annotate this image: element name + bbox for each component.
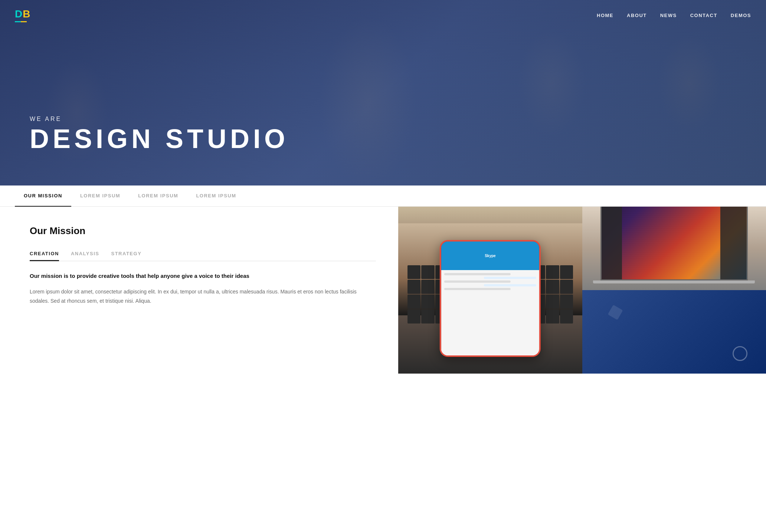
chat-line-3 — [444, 280, 511, 283]
inner-tab-strategy[interactable]: STRATEGY — [111, 247, 141, 261]
chat-line-4 — [484, 284, 536, 286]
phone-app-label: Skype — [485, 254, 495, 258]
nav-item-about[interactable]: ABOUT — [627, 12, 647, 19]
phone-screen-header: Skype — [441, 242, 539, 270]
tab-lorem-2[interactable]: LOREM IPSUM — [129, 185, 187, 207]
tab-lorem-3[interactable]: LOREM IPSUM — [187, 185, 245, 207]
inner-tab-analysis[interactable]: ANALYSIS — [71, 247, 99, 261]
main-nav: DB HOME ABOUT NEWS CONTACT DEMOS — [0, 0, 766, 30]
tab-lorem-1[interactable]: LOREM IPSUM — [71, 185, 129, 207]
phone-screen: Skype — [441, 242, 539, 355]
laptop-screen — [600, 207, 747, 280]
chat-line-2 — [484, 277, 536, 279]
nav-item-news[interactable]: NEWS — [660, 12, 677, 19]
inner-tabs: CREATION ANALYSIS STRATEGY — [30, 247, 376, 261]
nav-item-home[interactable]: HOME — [597, 12, 613, 19]
content-lead-text: Our mission is to provide creative tools… — [30, 272, 376, 280]
chat-line-5 — [444, 288, 511, 290]
laptop-device — [600, 207, 747, 283]
phone-image-cell: Skype — [398, 207, 582, 374]
section-tabs-bar: OUR MISSION LOREM IPSUM LOREM IPSUM LORE… — [0, 185, 766, 207]
inner-tab-creation[interactable]: CREATION — [30, 247, 59, 261]
logo-b: B — [23, 8, 30, 20]
hero-title: DESIGN STUDIO — [30, 125, 289, 152]
laptop-base — [593, 280, 755, 283]
nav-item-demos[interactable]: DEMOS — [731, 12, 751, 19]
content-left: Our Mission CREATION ANALYSIS STRATEGY O… — [0, 207, 398, 374]
hero-section: DB HOME ABOUT NEWS CONTACT DEMOS WE ARE … — [0, 0, 766, 185]
laptop-image-cell — [582, 207, 766, 290]
blue-accent-cell — [582, 290, 766, 374]
hero-content: WE ARE DESIGN STUDIO — [30, 116, 289, 152]
main-content: Our Mission CREATION ANALYSIS STRATEGY O… — [0, 207, 766, 374]
chat-line-1 — [444, 273, 511, 275]
logo-underline — [15, 21, 27, 22]
phone-device: Skype — [440, 240, 541, 357]
hero-subtitle: WE ARE — [30, 116, 289, 122]
section-title: Our Mission — [30, 225, 376, 237]
logo-d: D — [15, 8, 23, 20]
tab-our-mission[interactable]: OUR MISSION — [15, 185, 71, 207]
logo[interactable]: DB — [15, 8, 30, 22]
content-right: Skype — [398, 207, 766, 374]
phone-screen-body — [441, 270, 539, 355]
nav-links: HOME ABOUT NEWS CONTACT DEMOS — [597, 12, 751, 19]
nav-item-contact[interactable]: CONTACT — [690, 12, 717, 19]
content-body-text: Lorem ipsum dolor sit amet, consectetur … — [30, 287, 376, 306]
